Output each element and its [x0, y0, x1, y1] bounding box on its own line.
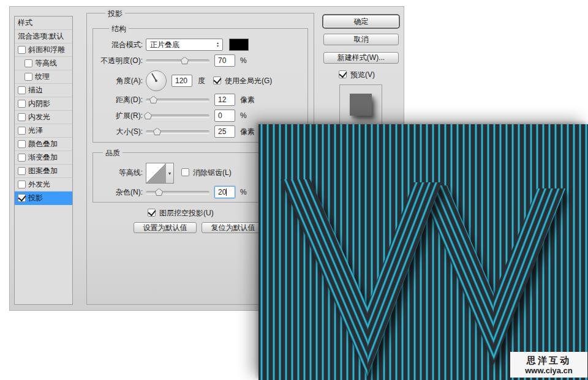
noise-label: 杂色(N):	[16, 188, 143, 196]
opacity-unit: %	[240, 56, 247, 65]
checkbox[interactable]	[18, 86, 26, 94]
blend-mode-label: 混合模式:	[16, 40, 143, 49]
angle-center-dot	[155, 80, 157, 82]
noise-input[interactable]: 20	[214, 186, 235, 198]
size-slider-thumb[interactable]	[153, 128, 161, 135]
styles-list-header: 样式	[15, 17, 72, 30]
distance-input[interactable]: 12	[214, 94, 235, 106]
opacity-label: 不透明度(O):	[16, 56, 143, 65]
structure-title: 结构	[109, 24, 129, 34]
distance-slider-thumb[interactable]	[149, 96, 157, 103]
effect-preview-box	[339, 84, 382, 127]
spread-unit: %	[240, 111, 247, 120]
noise-slider[interactable]	[146, 191, 209, 194]
reset-default-button[interactable]: 复位为默认值	[202, 222, 265, 233]
panel-title: 投影	[105, 9, 125, 19]
effect-preview-square	[350, 94, 372, 116]
global-light-label: 使用全局光(G)	[225, 76, 272, 85]
shadow-color-swatch[interactable]	[229, 39, 249, 51]
quality-title: 品质	[103, 148, 123, 158]
artwork-image: 思洋互动 www.ciya.cn	[258, 124, 588, 380]
size-input[interactable]: 25	[214, 125, 235, 138]
watermark-url: www.ciya.cn	[525, 366, 573, 375]
opacity-slider-thumb[interactable]	[181, 57, 189, 64]
text-caret	[226, 188, 227, 196]
distance-unit: 像素	[240, 95, 255, 104]
opacity-slider[interactable]	[146, 59, 209, 62]
size-slider[interactable]	[146, 130, 209, 133]
spread-slider-thumb[interactable]	[144, 112, 152, 119]
noise-slider-thumb[interactable]	[155, 188, 163, 196]
preview-label: 预览(V)	[350, 70, 375, 79]
sidebar-item-gradient-overlay[interactable]: 渐变叠加	[15, 151, 72, 165]
spinner-arrows-icon: ▲▼	[216, 42, 219, 48]
knockout-label: 图层挖空投影(U)	[159, 209, 214, 217]
contour-label: 等高线:	[16, 168, 143, 177]
page: 样式 混合选项:默认 斜面和浮雕 等高线 纹理 描边	[0, 0, 588, 380]
w-artwork-svg	[258, 124, 588, 380]
contour-dropdown-arrow-icon[interactable]: ▼	[166, 163, 174, 184]
blend-mode-value: 正片叠底	[150, 40, 179, 50]
angle-input[interactable]: 120	[172, 75, 192, 87]
angle-label: 角度(A):	[16, 76, 143, 85]
preview-checkbox[interactable]	[339, 70, 347, 78]
global-light-checkbox[interactable]	[213, 76, 221, 84]
make-default-button[interactable]: 设置为默认值	[134, 222, 197, 233]
watermark: 思洋互动 www.ciya.cn	[510, 352, 587, 378]
contour-thumbnail[interactable]	[146, 163, 167, 184]
noise-unit: %	[240, 188, 247, 196]
blend-mode-select[interactable]: 正片叠底 ▲▼	[146, 39, 223, 51]
distance-slider[interactable]	[146, 99, 209, 102]
distance-label: 距离(D):	[16, 95, 143, 104]
ok-button[interactable]: 确定	[323, 15, 399, 28]
checkbox[interactable]	[18, 154, 26, 162]
size-unit: 像素	[240, 127, 255, 136]
styles-header-label: 样式	[18, 17, 32, 29]
spread-label: 扩展(R):	[16, 111, 143, 120]
knockout-checkbox[interactable]	[148, 209, 156, 217]
spread-input[interactable]: 0	[214, 110, 235, 122]
antialias-checkbox[interactable]	[181, 168, 189, 176]
sidebar-item-color-overlay[interactable]: 颜色叠加	[15, 138, 72, 151]
styles-list-empty-area	[15, 205, 72, 293]
checkbox[interactable]	[18, 140, 26, 148]
angle-dial[interactable]	[146, 70, 167, 91]
opacity-input[interactable]: 70	[214, 54, 235, 67]
antialias-label: 消除锯齿(L)	[193, 168, 232, 177]
watermark-name: 思洋互动	[527, 355, 571, 366]
size-label: 大小(S):	[16, 127, 143, 136]
cancel-button[interactable]: 取消	[323, 34, 399, 45]
spread-slider[interactable]	[146, 114, 209, 117]
new-style-button[interactable]: 新建样式(W)...	[323, 52, 399, 64]
angle-unit: 度	[198, 76, 205, 85]
